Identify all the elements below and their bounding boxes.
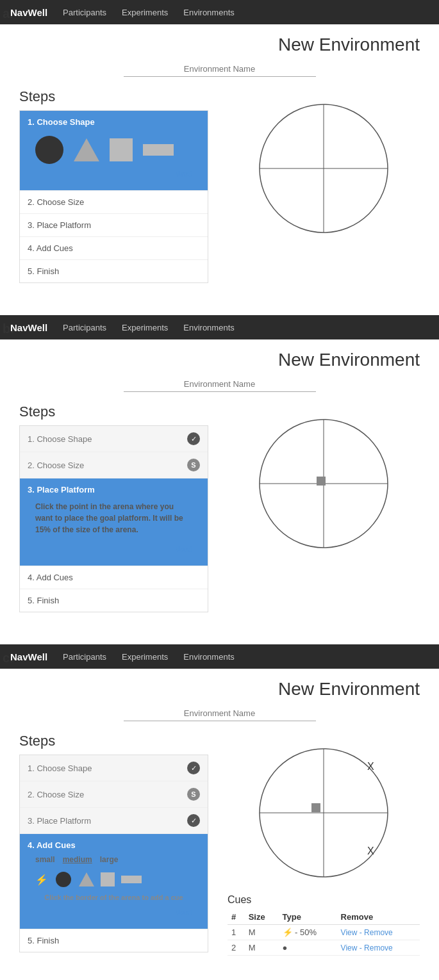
arena-svg-b[interactable]	[250, 410, 397, 557]
step-5-c[interactable]: 5. Finish	[20, 929, 208, 952]
step-4-a[interactable]: 4. Add Cues	[20, 237, 208, 260]
steps-list-b: 1. Choose Shape ✓ 2. Choose Size S 3.	[19, 425, 208, 612]
steps-list-a: 1. Choose Shape Next 2. Choose Size	[19, 110, 208, 283]
size-medium-c[interactable]: medium	[63, 855, 92, 864]
step-3-label-b: 3. Place Platform	[28, 485, 95, 494]
arena-container-c[interactable]: X X	[228, 733, 420, 886]
nav-environments-a[interactable]: Environments	[183, 8, 234, 17]
step-5-label-b: 5. Finish	[28, 596, 59, 605]
step-1-a[interactable]: 1. Choose Shape Next	[20, 111, 208, 191]
step-2-label-b: 2. Choose Size	[28, 461, 84, 470]
page-title-c: New Environment	[19, 669, 420, 706]
page-title-a: New Environment	[19, 24, 420, 61]
page-section-c: New Environment Steps 1. Choose Shape ✓	[0, 669, 439, 975]
page-section-b: New Environment Steps 1. Choose Shape ✓	[0, 339, 439, 632]
cue-row-2-c: 2 M ● View - Remove	[228, 940, 420, 956]
step-1-label-b: 1. Choose Shape	[28, 434, 92, 444]
env-name-input-b[interactable]	[124, 377, 316, 392]
cue-rect-c[interactable]	[121, 876, 142, 883]
step-5-b[interactable]: 5. Finish	[20, 589, 208, 612]
step-1-label-a: 1. Choose Shape	[28, 117, 95, 127]
steps-panel-a: Steps 1. Choose Shape Next	[19, 88, 208, 283]
steps-list-c: 1. Choose Shape ✓ 2. Choose Size S	[19, 755, 208, 952]
step-3-b[interactable]: 3. Place Platform Click the point in the…	[20, 478, 208, 566]
step-4-label-a: 4. Add Cues	[28, 243, 73, 253]
step-1-check-c: ✓	[187, 762, 200, 774]
svg-rect-6	[317, 477, 326, 486]
cue-circle-c[interactable]	[54, 870, 72, 888]
navbar-a: NavWell Participants Experiments Environ…	[0, 0, 439, 24]
section-c: c. NavWell Participants Experiments Envi…	[0, 644, 439, 975]
step-5-label-a: 5. Finish	[28, 266, 59, 276]
step-1-check-b: ✓	[187, 432, 200, 445]
navbar-c: NavWell Participants Experiments Environ…	[0, 644, 439, 669]
arena-container-b[interactable]	[228, 404, 420, 557]
shape-square-a[interactable]	[110, 138, 133, 161]
next-link-a[interactable]: Next	[28, 167, 200, 184]
env-name-input-a[interactable]	[124, 61, 316, 77]
step-1-label-c: 1. Choose Shape	[28, 764, 92, 773]
brand-a[interactable]: NavWell	[10, 7, 47, 18]
step-3-desc-b: Click the point in the arena where you w…	[28, 494, 200, 542]
cue-2-actions[interactable]: View - Remove	[337, 940, 420, 956]
navbar-b: NavWell Participants Experiments Environ…	[0, 315, 439, 339]
step-5-a[interactable]: 5. Finish	[20, 260, 208, 282]
size-small-c[interactable]: small	[35, 855, 55, 864]
svg-text:X: X	[367, 761, 374, 772]
step-5-label-c: 5. Finish	[28, 936, 59, 945]
shape-triangle-a[interactable]	[74, 138, 99, 161]
nav-environments-b[interactable]: Environments	[183, 323, 234, 332]
next-link-c[interactable]: Next	[28, 905, 200, 922]
step-4-c[interactable]: 4. Add Cues small medium large ⚡	[20, 834, 208, 929]
section-b: b. NavWell Participants Experiments Envi…	[0, 315, 439, 632]
size-large-c[interactable]: large	[100, 855, 119, 864]
arena-svg-c[interactable]: X X	[250, 739, 397, 886]
nav-participants-a[interactable]: Participants	[63, 8, 106, 17]
step-2-label-c: 2. Choose Size	[28, 790, 84, 799]
step-2-c[interactable]: 2. Choose Size S	[20, 781, 208, 808]
step-3-a[interactable]: 3. Place Platform	[20, 214, 208, 237]
next-link-b[interactable]: Next	[28, 542, 200, 559]
cue-2-type: ●	[279, 940, 337, 956]
step-3-c[interactable]: 3. Place Platform ✓	[20, 808, 208, 834]
cue-square-c[interactable]	[101, 872, 115, 886]
content-area-b: Steps 1. Choose Shape ✓ 2. Choose Size	[19, 404, 420, 612]
section-label-c: c.	[3, 651, 13, 666]
step-2-a[interactable]: 2. Choose Size	[20, 191, 208, 214]
step-4-label-c: 4. Add Cues	[28, 840, 76, 850]
cues-hint-c: Click the border of the arena to add a c…	[28, 891, 200, 905]
env-name-input-c[interactable]	[124, 706, 316, 721]
shape-rect-a[interactable]	[143, 144, 174, 156]
step-4-b[interactable]: 4. Add Cues	[20, 566, 208, 589]
svg-rect-10	[311, 803, 320, 812]
cue-1-actions[interactable]: View - Remove	[337, 925, 420, 940]
section-label-a: a.	[3, 6, 13, 21]
step-4-label-b: 4. Add Cues	[28, 573, 73, 582]
nav-participants-b[interactable]: Participants	[63, 323, 106, 332]
shape-circle-a[interactable]	[35, 136, 63, 164]
brand-b[interactable]: NavWell	[10, 322, 47, 333]
cue-lightning-c[interactable]: ⚡	[35, 874, 48, 886]
step-2-b[interactable]: 2. Choose Size S	[20, 452, 208, 478]
brand-c[interactable]: NavWell	[10, 651, 47, 662]
step-3-label-c: 3. Place Platform	[28, 816, 91, 826]
nav-experiments-a[interactable]: Experiments	[122, 8, 168, 17]
nav-participants-c[interactable]: Participants	[63, 652, 106, 662]
step-1-b[interactable]: 1. Choose Shape ✓	[20, 426, 208, 452]
cue-2-size: M	[245, 940, 279, 956]
nav-experiments-c[interactable]: Experiments	[122, 652, 168, 662]
nav-experiments-b[interactable]: Experiments	[122, 323, 168, 332]
cues-table-title-c: Cues	[228, 894, 420, 906]
step-1-c[interactable]: 1. Choose Shape ✓	[20, 755, 208, 781]
steps-title-c: Steps	[19, 733, 208, 749]
col-remove-c: Remove	[337, 910, 420, 925]
step-2-s-b: S	[187, 459, 200, 471]
step-2-label-a: 2. Choose Size	[28, 197, 84, 207]
cue-row-1-c: 1 M ⚡ - 50% View - Remove	[228, 925, 420, 940]
nav-environments-c[interactable]: Environments	[183, 652, 234, 662]
steps-title-b: Steps	[19, 404, 208, 420]
arena-container-a	[228, 88, 420, 242]
cue-triangle-c[interactable]	[79, 872, 94, 886]
cue-2-num: 2	[228, 940, 245, 956]
col-type-c: Type	[279, 910, 337, 925]
